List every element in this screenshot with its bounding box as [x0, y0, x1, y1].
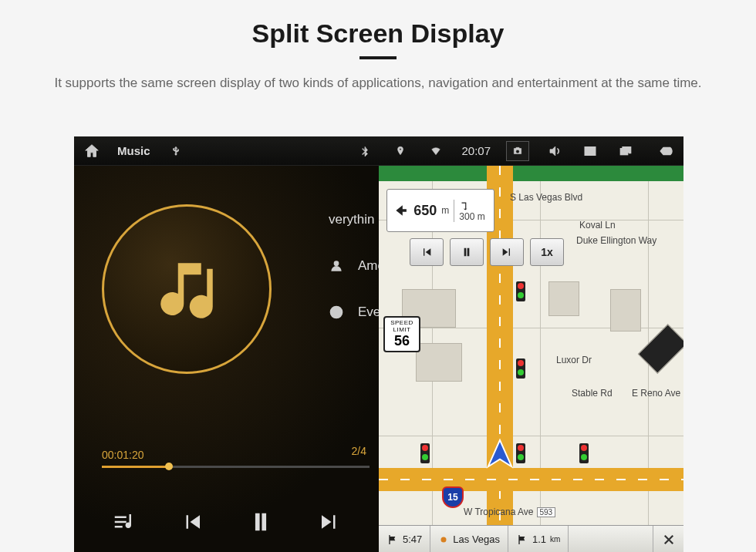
artist-icon [329, 258, 344, 274]
nav-close-button[interactable] [653, 526, 683, 552]
playlist-button[interactable] [105, 503, 142, 540]
track-title-row: verythin [329, 212, 379, 227]
back-icon[interactable] [656, 141, 676, 161]
nav-footer: 5:47 Las Vegas 1.1 km [379, 525, 683, 552]
title-underline [359, 56, 397, 59]
track-artist-row: Ame [329, 258, 379, 274]
traffic-light-icon [516, 358, 525, 379]
page-title: Split Screen Display [0, 19, 756, 49]
traffic-light-icon [420, 443, 430, 463]
flag-icon [386, 533, 399, 546]
page-subtitle: It supports the same screen display of t… [39, 73, 717, 93]
location-icon [390, 141, 410, 161]
album-icon [329, 305, 344, 320]
street-label: E Reno Ave [632, 388, 680, 399]
status-bar: Music 20:07 [74, 136, 683, 166]
bluetooth-icon [355, 141, 375, 161]
device-screen: Music 20:07 [74, 136, 683, 552]
interstate-shield: 15 [442, 486, 464, 508]
status-time: 20:07 [461, 144, 491, 157]
turn-left-icon [393, 200, 409, 221]
traffic-light-icon [516, 281, 525, 301]
home-icon[interactable] [82, 141, 102, 161]
track-title: verythin [329, 212, 375, 227]
usb-icon[interactable] [166, 141, 186, 161]
street-label: Koval Ln [579, 220, 616, 231]
progress-bar[interactable]: 00:01:20 2/4 [102, 448, 370, 468]
elapsed-time: 00:01:20 [102, 449, 144, 461]
track-album-row: Ever [329, 305, 379, 320]
traffic-light-icon [579, 443, 589, 463]
nav-next-button[interactable] [490, 238, 524, 266]
nav-prev-button[interactable] [410, 238, 444, 266]
volume-icon[interactable] [545, 141, 565, 161]
recent-apps-icon[interactable] [616, 141, 636, 161]
street-label: S Las Vegas Blvd [510, 192, 582, 203]
close-screen-icon[interactable] [580, 141, 600, 161]
track-album: Ever [358, 305, 379, 320]
turn-instruction: 650 m 300 m [386, 189, 494, 232]
track-info: verythin Ame Ever [329, 212, 379, 320]
next-track-button[interactable] [311, 503, 348, 540]
svg-point-5 [441, 537, 447, 542]
nav-eta[interactable]: 5:47 [379, 526, 430, 552]
nav-speed-button[interactable]: 1x [530, 238, 564, 266]
pause-button[interactable] [242, 503, 279, 540]
track-counter: 2/4 [352, 445, 366, 457]
svg-point-4 [335, 311, 339, 315]
prev-track-button[interactable] [174, 503, 211, 540]
nav-remaining-distance[interactable]: 1.1 km [508, 526, 569, 552]
street-label: W Tropicana Ave593 [464, 507, 555, 517]
music-pane: verythin Ame Ever 00:01:20 2/4 [74, 166, 379, 552]
street-label: Luxor Dr [556, 355, 592, 365]
status-app-label: Music [117, 144, 150, 157]
street-label: Duke Ellington Way [576, 235, 656, 246]
album-art[interactable] [102, 204, 272, 374]
current-position-arrow [482, 437, 518, 476]
poi-icon [438, 534, 449, 545]
navigation-pane[interactable]: S Las Vegas Blvd Koval Ln Duke Ellington… [379, 166, 683, 552]
camera-icon[interactable] [506, 141, 529, 161]
music-controls [74, 503, 379, 540]
speed-limit-sign: SPEED LIMIT 56 [383, 316, 420, 352]
wifi-icon [426, 141, 446, 161]
nav-pause-button[interactable] [450, 238, 484, 266]
nav-media-controls: 1x [410, 238, 564, 266]
flag-icon [516, 533, 528, 546]
nav-destination[interactable]: Las Vegas [430, 526, 508, 552]
svg-point-2 [334, 261, 339, 266]
track-artist: Ame [358, 258, 379, 274]
street-label: Stable Rd [572, 388, 613, 399]
